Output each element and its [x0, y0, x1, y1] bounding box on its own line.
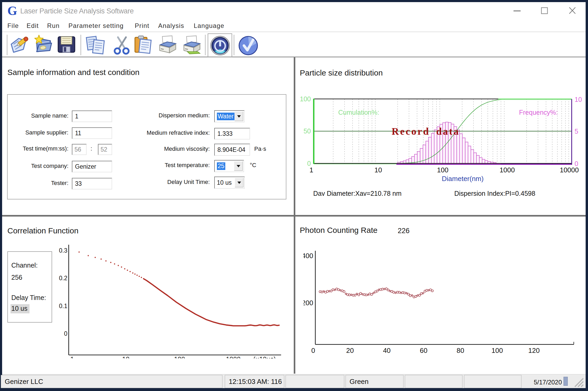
svg-text:Diameter(nm): Diameter(nm): [442, 175, 484, 183]
svg-text:200: 200: [302, 299, 313, 307]
svg-text:Dispersion Index:PI=0.4598: Dispersion Index:PI=0.4598: [454, 190, 535, 197]
svg-text:10: 10: [375, 166, 382, 174]
svg-text:0: 0: [64, 330, 67, 337]
svg-text:5: 5: [575, 128, 578, 135]
svg-text:20: 20: [346, 347, 354, 354]
svg-text:80: 80: [457, 347, 464, 354]
svg-text:0.1: 0.1: [59, 303, 67, 309]
svg-text:1: 1: [310, 166, 313, 174]
svg-text:40: 40: [383, 347, 391, 354]
svg-text:10: 10: [575, 96, 582, 103]
svg-text:Dav Diameter:Xav=210.78 nm: Dav Diameter:Xav=210.78 nm: [313, 190, 402, 197]
svg-text:0.2: 0.2: [59, 275, 67, 282]
svg-text:100: 100: [300, 95, 311, 103]
svg-text:10000: 10000: [560, 166, 579, 174]
svg-text:Record data: Record data: [392, 126, 460, 137]
svg-text:0: 0: [311, 347, 315, 354]
svg-text:60: 60: [420, 347, 427, 354]
svg-text:100: 100: [437, 166, 448, 174]
svg-text:Cumulation%:: Cumulation%:: [338, 109, 379, 116]
svg-text:50: 50: [303, 127, 311, 135]
svg-text:120: 120: [528, 347, 540, 354]
svg-text:1000: 1000: [500, 166, 515, 174]
svg-text:100: 100: [491, 347, 503, 354]
svg-text:0.3: 0.3: [59, 247, 67, 254]
svg-text:400: 400: [302, 252, 313, 260]
svg-text:Frequency%:: Frequency%:: [519, 109, 558, 116]
